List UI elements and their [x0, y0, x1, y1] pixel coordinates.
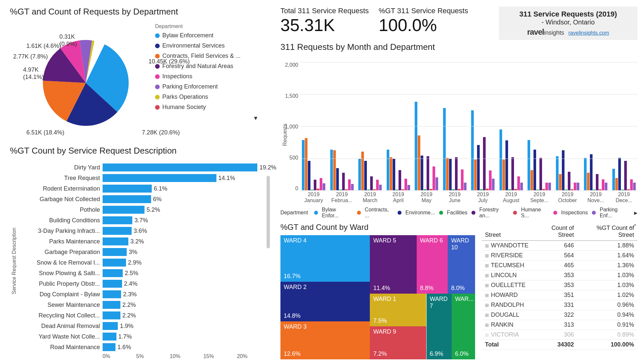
column-bar[interactable] — [511, 157, 514, 190]
expand-icon[interactable]: ⊞ — [485, 253, 489, 258]
column-bar[interactable] — [435, 177, 438, 190]
treemap-cell[interactable]: WARD 108.0% — [448, 235, 475, 294]
hbar-row[interactable]: Rodent Extermination 6.1% — [18, 184, 264, 194]
column-bar[interactable] — [590, 154, 593, 190]
hbar-row[interactable]: Tree Request 14.1% — [18, 173, 264, 183]
legend-more-icon[interactable]: ▾ — [155, 114, 271, 122]
table-row[interactable]: ⊞RANKIN3130.91% — [482, 320, 637, 330]
hbar-row[interactable]: Garbage Not Collected 6% — [18, 194, 264, 204]
column-bar[interactable] — [556, 156, 559, 190]
hbar-row[interactable]: Dirty Yard 19.2% — [18, 163, 264, 172]
table-row[interactable]: ⊞VICTORIA3060.89% — [482, 330, 637, 340]
table-row[interactable]: ⊞LINCOLN3531.03% — [482, 271, 637, 280]
expand-icon[interactable]: ⊞ — [485, 332, 489, 338]
column-bar[interactable] — [568, 172, 570, 190]
treemap-cell[interactable]: WARD 76.9% — [427, 294, 452, 359]
expand-icon[interactable]: ⊞ — [485, 303, 489, 308]
expand-icon[interactable]: ⊞ — [485, 312, 489, 318]
treemap[interactable]: WARD 416.7%WARD 214.8%WARD 312.6%WARD 51… — [280, 235, 475, 359]
column-bar[interactable] — [443, 108, 446, 190]
hbar-row[interactable]: Parks Maintenance 3.2% — [18, 236, 264, 246]
column-bar[interactable] — [333, 150, 336, 190]
column-bar[interactable] — [533, 150, 536, 190]
column-group[interactable]: 2019July — [469, 59, 497, 205]
column-bar[interactable] — [605, 183, 607, 190]
column-bar[interactable] — [596, 174, 598, 190]
column-bar[interactable] — [615, 178, 618, 190]
column-bar[interactable] — [531, 170, 533, 190]
street-table[interactable]: Street Count of Street %GT Count of Stre… — [482, 223, 637, 350]
column-bar[interactable] — [433, 166, 435, 190]
column-bar[interactable] — [624, 161, 627, 190]
column-bar[interactable] — [376, 180, 379, 190]
legend-item[interactable]: Environmental Services — [155, 42, 271, 49]
treemap-cell[interactable]: WARD 68.8% — [417, 235, 448, 294]
expand-icon[interactable]: ⊞ — [485, 243, 489, 248]
column-bar[interactable] — [471, 110, 474, 190]
column-bar[interactable] — [492, 179, 495, 190]
treemap-cell[interactable]: WARD 511.4% — [370, 235, 417, 294]
column-bar[interactable] — [474, 160, 477, 190]
column-bar[interactable] — [415, 102, 417, 190]
expand-icon[interactable]: ⊞ — [485, 273, 489, 278]
column-bar[interactable] — [464, 183, 467, 190]
column-bar[interactable] — [320, 178, 322, 190]
column-bar[interactable] — [528, 140, 530, 190]
column-group[interactable]: 2019Februa... — [329, 59, 356, 205]
column-bar[interactable] — [358, 159, 361, 190]
column-bar[interactable] — [407, 185, 410, 190]
column-bar[interactable] — [364, 161, 367, 190]
table-row[interactable]: ⊞WYANDOTTE6461.88% — [482, 241, 637, 251]
hbar-row[interactable]: Sewer Maintenance 2.2% — [18, 300, 264, 310]
column-bar[interactable] — [446, 158, 449, 190]
column-bar[interactable] — [477, 145, 480, 190]
column-bar[interactable] — [393, 159, 395, 190]
hbar-row[interactable]: Dog Complaint - Bylaw 2.3% — [18, 289, 264, 299]
column-bar[interactable] — [427, 156, 429, 190]
column-bar[interactable] — [305, 138, 307, 190]
table-row[interactable]: ⊞RIVERSIDE5641.64% — [482, 251, 637, 261]
column-bar[interactable] — [630, 179, 633, 190]
column-bar[interactable] — [517, 176, 520, 190]
legend-next-icon[interactable]: ▸ — [634, 209, 637, 217]
hbar-row[interactable]: Yard Waste Not Colle... 1.7% — [18, 332, 264, 342]
column-group[interactable]: 2019January — [300, 59, 327, 205]
column-bar[interactable] — [399, 170, 401, 190]
legend-item[interactable]: Parks Operations — [155, 93, 271, 100]
legend-item[interactable]: Inspections — [155, 73, 271, 80]
column-bar[interactable] — [418, 135, 420, 190]
column-bar[interactable] — [574, 183, 576, 190]
column-bar[interactable] — [308, 161, 310, 190]
column-group[interactable]: 2019May — [413, 59, 440, 205]
column-bar[interactable] — [370, 176, 373, 190]
column-bar[interactable] — [302, 140, 305, 190]
expand-icon[interactable]: ⊞ — [485, 283, 489, 288]
column-group[interactable]: 2019Nove... — [582, 59, 609, 205]
expand-icon[interactable]: ⊞ — [485, 263, 489, 268]
column-bar[interactable] — [520, 183, 523, 190]
column-bar[interactable] — [330, 150, 333, 190]
column-chart[interactable]: Requests 2,0001,5001,0005000 2019January… — [280, 59, 637, 221]
column-group[interactable]: 2019March — [357, 59, 384, 205]
column-bar[interactable] — [633, 183, 636, 190]
hbar-row[interactable]: Snow & Ice Removal I... 2.9% — [18, 258, 264, 268]
legend-item[interactable]: Parking Enforcement — [155, 83, 271, 90]
column-bar[interactable] — [421, 156, 423, 190]
treemap-cell[interactable]: WARD 17.5% — [370, 294, 426, 327]
column-bar[interactable] — [505, 140, 508, 190]
hbar-row[interactable]: Dead Animal Removal 1.9% — [18, 321, 264, 331]
treemap-cell[interactable]: WARD 312.6% — [280, 321, 370, 359]
ravel-link[interactable]: ravelinsights.com — [568, 30, 609, 36]
column-bar[interactable] — [612, 169, 615, 190]
table-row[interactable]: ⊞DOUGALL3220.94% — [482, 310, 637, 320]
column-bar[interactable] — [584, 158, 587, 190]
column-bar[interactable] — [361, 152, 364, 190]
hbar-row[interactable]: Garbage Preparation 3% — [18, 247, 264, 257]
treemap-cell[interactable]: WARD 416.7% — [280, 235, 370, 282]
expand-icon[interactable]: ⊞ — [485, 322, 489, 328]
hbar-row[interactable]: Road Maintenance 1.6% — [18, 342, 264, 352]
column-bar[interactable] — [449, 159, 452, 190]
column-group[interactable]: 2019April — [385, 59, 412, 205]
table-row[interactable]: ⊞OUELLETTE3531.03% — [482, 280, 637, 290]
column-bar[interactable] — [455, 157, 458, 190]
